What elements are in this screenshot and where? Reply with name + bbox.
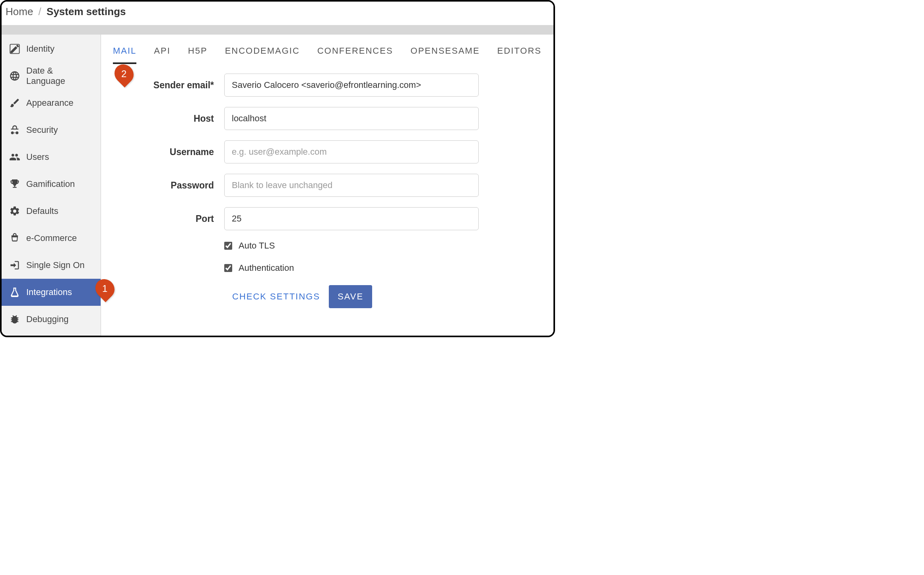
actions: CHECK SETTINGS SAVE — [232, 285, 542, 308]
checkbox-auto-tls[interactable] — [224, 242, 232, 250]
flask-icon — [9, 286, 21, 298]
sidebar-item-identity[interactable]: Identity — [2, 35, 101, 62]
sidebar-item-gamification[interactable]: Gamification — [2, 171, 101, 198]
breadcrumb-home[interactable]: Home — [6, 6, 33, 17]
label-authentication: Authentication — [239, 263, 294, 273]
sidebar-item-label: Date & Language — [26, 66, 93, 86]
sidebar-item-label: Defaults — [26, 206, 58, 216]
globe-icon — [9, 70, 21, 82]
input-password[interactable] — [224, 174, 479, 197]
bug-icon — [9, 313, 21, 325]
sidebar-item-date-language[interactable]: Date & Language — [2, 62, 101, 89]
checkbox-authentication[interactable] — [224, 264, 232, 272]
main: Identity Date & Language Appearance Secu… — [2, 35, 553, 337]
divider-bar — [2, 25, 553, 35]
sidebar-item-label: Integrations — [26, 287, 72, 297]
label-username: Username — [113, 147, 224, 157]
label-password: Password — [113, 180, 224, 191]
cart-icon — [9, 232, 21, 244]
sidebar-item-label: Single Sign On — [26, 260, 85, 270]
sidebar-item-defaults[interactable]: Defaults — [2, 198, 101, 225]
sidebar-item-users[interactable]: Users — [2, 144, 101, 171]
breadcrumb-current: System settings — [47, 6, 126, 17]
content: MAIL API H5P ENCODEMAGIC CONFERENCES OPE… — [101, 35, 553, 337]
row-password: Password — [113, 174, 542, 197]
row-sender-email: Sender email* — [113, 74, 542, 97]
sidebar-item-label: Identity — [26, 44, 54, 54]
sidebar-item-integrations[interactable]: Integrations — [2, 279, 101, 306]
spy-icon — [9, 124, 21, 136]
edit-icon — [9, 43, 21, 55]
brush-icon — [9, 97, 21, 109]
tab-mail[interactable]: MAIL — [113, 46, 136, 64]
sidebar-item-security[interactable]: Security — [2, 117, 101, 144]
sidebar-item-label: Users — [26, 152, 49, 162]
sidebar-item-label: Security — [26, 125, 58, 135]
tab-h5p[interactable]: H5P — [188, 46, 208, 62]
tab-opensesame[interactable]: OPENSESAME — [411, 46, 480, 62]
input-username[interactable] — [224, 140, 479, 163]
annotation-badge-2-text: 2 — [121, 68, 126, 80]
trophy-icon — [9, 178, 21, 190]
sidebar-item-sso[interactable]: Single Sign On — [2, 252, 101, 279]
sidebar-item-label: Appearance — [26, 98, 74, 108]
input-host[interactable] — [224, 107, 479, 130]
tab-api[interactable]: API — [154, 46, 170, 62]
row-username: Username — [113, 140, 542, 163]
input-port[interactable] — [224, 207, 479, 230]
label-auto-tls: Auto TLS — [239, 241, 275, 251]
row-authentication: Authentication — [224, 263, 542, 273]
tabs: MAIL API H5P ENCODEMAGIC CONFERENCES OPE… — [101, 35, 553, 64]
check-settings-button[interactable]: CHECK SETTINGS — [232, 286, 320, 307]
sidebar-item-label: e-Commerce — [26, 233, 77, 243]
row-host: Host — [113, 107, 542, 130]
tab-conferences[interactable]: CONFERENCES — [317, 46, 393, 62]
signin-icon — [9, 259, 21, 271]
annotation-badge-1-text: 1 — [102, 283, 107, 294]
sidebar-item-ecommerce[interactable]: e-Commerce — [2, 225, 101, 252]
breadcrumb: Home / System settings — [2, 2, 553, 25]
window: Home / System settings Identity Date & L… — [0, 0, 555, 337]
tab-encodemagic[interactable]: ENCODEMAGIC — [225, 46, 300, 62]
input-sender-email[interactable] — [224, 74, 479, 97]
sidebar: Identity Date & Language Appearance Secu… — [2, 35, 101, 337]
row-port: Port — [113, 207, 542, 230]
tab-editors[interactable]: EDITORS — [497, 46, 542, 62]
breadcrumb-separator: / — [39, 6, 41, 17]
row-auto-tls: Auto TLS — [224, 241, 542, 251]
sidebar-item-debugging[interactable]: Debugging — [2, 306, 101, 333]
users-icon — [9, 151, 21, 163]
sidebar-item-label: Gamification — [26, 179, 75, 189]
cogs-icon — [9, 205, 21, 217]
save-button[interactable]: SAVE — [329, 285, 372, 308]
sidebar-item-label: Debugging — [26, 314, 68, 324]
label-port: Port — [113, 214, 224, 224]
form: Sender email* Host Username Password Por — [101, 64, 553, 308]
label-host: Host — [113, 113, 224, 124]
sidebar-item-appearance[interactable]: Appearance — [2, 89, 101, 117]
